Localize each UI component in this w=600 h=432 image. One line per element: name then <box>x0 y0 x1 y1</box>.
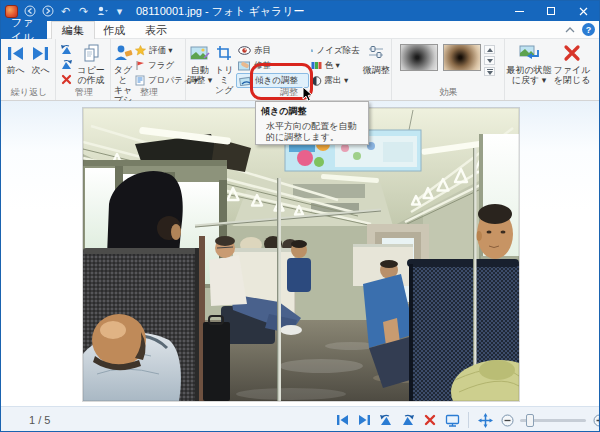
forward-icon[interactable] <box>41 5 54 18</box>
rotate-left-icon[interactable] <box>58 42 74 57</box>
customize-qat-icon[interactable]: ▾ <box>113 5 126 18</box>
properties-icon <box>135 75 145 86</box>
fine-tune-button[interactable]: 微調整 <box>362 41 391 75</box>
photo-gallery-window: ↶ ↷ ▾ 08110001.jpg - フォト ギャラリー ファイル 編集 作… <box>0 0 600 432</box>
zoom-out-icon[interactable] <box>498 411 516 429</box>
group-label-repeat: 繰り返し <box>3 86 55 99</box>
title-bar: ↶ ↷ ▾ 08110001.jpg - フォト ギャラリー <box>1 1 599 21</box>
status-bar: 1 / 5 <box>1 406 599 432</box>
minimize-button[interactable] <box>503 1 535 21</box>
close-file-button[interactable]: ファイル を閉じる <box>552 41 592 85</box>
red-eye-icon <box>238 46 251 55</box>
effect-blackwhite-thumbnail[interactable] <box>400 44 438 71</box>
fine-tune-icon <box>366 41 386 65</box>
noise-removal-button[interactable]: ノイズ除去 <box>309 43 362 58</box>
previous-icon <box>6 41 25 65</box>
page-indicator: 1 / 5 <box>29 414 50 426</box>
retouch-icon <box>238 61 251 71</box>
color-icon <box>311 61 322 70</box>
user-menu-icon[interactable] <box>95 5 108 18</box>
status-separator <box>468 412 469 428</box>
ribbon-group-repeat: 前へ 次へ 繰り返し <box>3 39 56 100</box>
tab-edit[interactable]: 編集 <box>51 21 95 39</box>
ribbon-group-effects: 効果 <box>393 39 505 100</box>
status-rotate-left-icon[interactable] <box>377 411 395 429</box>
next-icon <box>31 41 50 65</box>
zoom-slider-thumb[interactable] <box>526 414 534 427</box>
effects-more-icon[interactable] <box>484 67 495 76</box>
tab-create[interactable]: 作成 <box>93 21 135 39</box>
photo-train-interior <box>83 108 519 401</box>
person-tag-icon <box>113 41 133 65</box>
fit-to-window-icon[interactable] <box>476 411 494 429</box>
zoom-slider[interactable] <box>520 419 586 422</box>
ribbon-group-fileops: 最初の状態 に戻す ▾ ファイル を閉じる <box>506 39 596 100</box>
rotate-right-icon[interactable] <box>58 57 74 72</box>
window-controls <box>503 1 599 21</box>
noise-removal-icon <box>311 46 314 55</box>
delete-icon[interactable] <box>58 72 74 87</box>
red-eye-button[interactable]: 赤目 <box>236 43 309 58</box>
star-icon <box>135 45 146 56</box>
group-label-organize: 整理 <box>113 86 185 99</box>
tooltip-straighten: 傾きの調整 水平方向の配置を自動的に調整します。 <box>255 101 369 145</box>
auto-adjust-button[interactable]: 自動 調整 ▾ <box>187 41 213 85</box>
revert-original-button[interactable]: 最初の状態 に戻す ▾ <box>506 41 552 85</box>
tooltip-title: 傾きの調整 <box>256 102 368 119</box>
effects-scroll-up-icon[interactable] <box>484 45 495 54</box>
quick-access-toolbar: ↶ ↷ ▾ <box>23 5 126 18</box>
zoom-in-icon[interactable] <box>590 411 600 429</box>
close-file-icon <box>563 41 581 65</box>
revert-icon <box>518 41 540 65</box>
help-icon[interactable]: ? <box>582 23 595 36</box>
make-copy-button[interactable]: コピー の作成 <box>74 41 108 85</box>
maximize-button[interactable] <box>535 1 567 21</box>
effect-sepia-thumbnail[interactable] <box>443 44 481 71</box>
crop-icon <box>216 41 233 65</box>
flag-icon <box>135 60 145 71</box>
tab-view[interactable]: 表示 <box>135 21 177 39</box>
color-button[interactable]: 色 ▾ <box>309 58 362 73</box>
tab-file[interactable]: ファイル <box>1 21 47 39</box>
undo-icon[interactable]: ↶ <box>59 5 72 18</box>
tooltip-body: 水平方向の配置を自動的に調整します。 <box>256 119 362 143</box>
status-rotate-right-icon[interactable] <box>399 411 417 429</box>
close-button[interactable] <box>567 1 599 21</box>
effects-scroll <box>484 45 495 76</box>
redo-icon[interactable]: ↷ <box>77 5 90 18</box>
status-next-icon[interactable] <box>355 411 373 429</box>
collapse-ribbon-icon[interactable] <box>563 23 576 36</box>
mouse-cursor <box>302 86 313 102</box>
group-label-manage: 管理 <box>58 86 110 99</box>
next-button[interactable]: 次へ <box>28 41 53 75</box>
ribbon-group-manage: コピー の作成 管理 <box>58 39 111 100</box>
ribbon-group-organize: タグと キャプション ▾ 評価 ▾ フラグ プロパティ ▾ <box>113 39 186 100</box>
status-delete-icon[interactable] <box>421 411 439 429</box>
status-previous-icon[interactable] <box>333 411 351 429</box>
effects-scroll-down-icon[interactable] <box>484 56 495 65</box>
auto-adjust-icon <box>190 41 210 65</box>
group-label-effects: 効果 <box>393 86 504 99</box>
content-area <box>1 101 599 406</box>
window-title: 08110001.jpg - フォト ギャラリー <box>136 4 305 19</box>
previous-button[interactable]: 前へ <box>3 41 28 75</box>
copy-icon <box>82 41 100 65</box>
ribbon-tab-row: ファイル 編集 作成 表示 ? <box>1 21 599 39</box>
slideshow-icon[interactable] <box>443 411 461 429</box>
